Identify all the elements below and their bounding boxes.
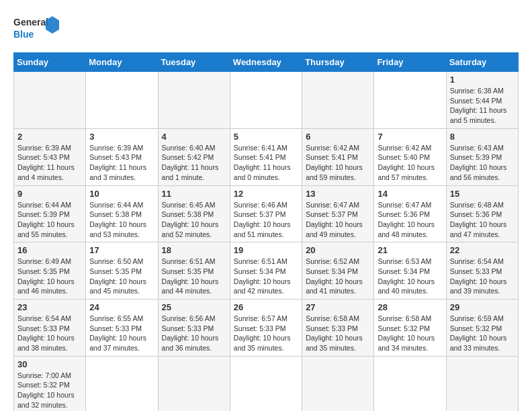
- calendar-cell: 5Sunrise: 6:41 AM Sunset: 5:41 PM Daylig…: [230, 128, 302, 185]
- day-number: 22: [450, 245, 515, 255]
- calendar-week-4: 16Sunrise: 6:49 AM Sunset: 5:35 PM Dayli…: [14, 242, 519, 300]
- day-number: 26: [234, 302, 298, 312]
- day-number: 6: [306, 132, 370, 142]
- calendar-cell: 13Sunrise: 6:47 AM Sunset: 5:37 PM Dayli…: [302, 185, 374, 242]
- calendar-cell: [158, 72, 230, 129]
- calendar-cell: 7Sunrise: 6:42 AM Sunset: 5:40 PM Daylig…: [374, 128, 446, 185]
- calendar-cell: [302, 356, 374, 411]
- day-info: Sunrise: 6:46 AM Sunset: 5:37 PM Dayligh…: [234, 200, 298, 240]
- day-info: Sunrise: 6:55 AM Sunset: 5:33 PM Dayligh…: [89, 314, 154, 353]
- calendar-week-2: 2Sunrise: 6:39 AM Sunset: 5:43 PM Daylig…: [14, 128, 519, 185]
- calendar-cell: [374, 356, 446, 411]
- calendar-cell: 1Sunrise: 6:38 AM Sunset: 5:44 PM Daylig…: [446, 72, 518, 129]
- day-info: Sunrise: 7:00 AM Sunset: 5:32 PM Dayligh…: [17, 371, 82, 410]
- day-info: Sunrise: 6:58 AM Sunset: 5:33 PM Dayligh…: [306, 314, 370, 353]
- calendar-cell: 29Sunrise: 6:59 AM Sunset: 5:32 PM Dayli…: [446, 300, 518, 357]
- header-day-thursday: Thursday: [302, 53, 374, 72]
- header-day-sunday: Sunday: [14, 53, 86, 72]
- calendar-cell: 28Sunrise: 6:58 AM Sunset: 5:32 PM Dayli…: [374, 300, 446, 357]
- day-info: Sunrise: 6:51 AM Sunset: 5:35 PM Dayligh…: [162, 257, 226, 296]
- header-day-saturday: Saturday: [446, 53, 518, 72]
- calendar-table: SundayMondayTuesdayWednesdayThursdayFrid…: [13, 52, 519, 411]
- day-number: 11: [162, 189, 226, 199]
- calendar-cell: 12Sunrise: 6:46 AM Sunset: 5:37 PM Dayli…: [230, 185, 302, 242]
- calendar-cell: [230, 356, 302, 411]
- day-info: Sunrise: 6:57 AM Sunset: 5:33 PM Dayligh…: [234, 314, 298, 353]
- day-number: 30: [17, 359, 82, 369]
- calendar-cell: [230, 72, 302, 129]
- day-number: 20: [306, 245, 370, 255]
- day-info: Sunrise: 6:43 AM Sunset: 5:39 PM Dayligh…: [450, 143, 515, 183]
- calendar-cell: 4Sunrise: 6:40 AM Sunset: 5:42 PM Daylig…: [158, 128, 230, 185]
- calendar-cell: [374, 72, 446, 129]
- day-info: Sunrise: 6:42 AM Sunset: 5:41 PM Dayligh…: [306, 143, 370, 183]
- day-info: Sunrise: 6:48 AM Sunset: 5:36 PM Dayligh…: [450, 200, 515, 240]
- calendar-cell: [446, 356, 518, 411]
- day-info: Sunrise: 6:38 AM Sunset: 5:44 PM Dayligh…: [450, 86, 515, 126]
- day-info: Sunrise: 6:42 AM Sunset: 5:40 PM Dayligh…: [378, 143, 442, 183]
- calendar-cell: 30Sunrise: 7:00 AM Sunset: 5:32 PM Dayli…: [14, 356, 86, 411]
- day-number: 16: [17, 245, 82, 255]
- day-info: Sunrise: 6:53 AM Sunset: 5:34 PM Dayligh…: [378, 257, 442, 296]
- calendar-cell: 22Sunrise: 6:54 AM Sunset: 5:33 PM Dayli…: [446, 242, 518, 300]
- calendar-cell: 26Sunrise: 6:57 AM Sunset: 5:33 PM Dayli…: [230, 300, 302, 357]
- day-number: 15: [450, 189, 515, 199]
- day-info: Sunrise: 6:39 AM Sunset: 5:43 PM Dayligh…: [17, 143, 82, 183]
- calendar-cell: 17Sunrise: 6:50 AM Sunset: 5:35 PM Dayli…: [86, 242, 158, 300]
- day-info: Sunrise: 6:56 AM Sunset: 5:33 PM Dayligh…: [162, 314, 226, 353]
- day-number: 10: [89, 189, 154, 199]
- day-number: 13: [306, 189, 370, 199]
- calendar-cell: 6Sunrise: 6:42 AM Sunset: 5:41 PM Daylig…: [302, 128, 374, 185]
- day-info: Sunrise: 6:44 AM Sunset: 5:38 PM Dayligh…: [89, 200, 154, 240]
- calendar-week-6: 30Sunrise: 7:00 AM Sunset: 5:32 PM Dayli…: [14, 356, 519, 411]
- day-info: Sunrise: 6:52 AM Sunset: 5:34 PM Dayligh…: [306, 257, 370, 296]
- calendar-week-1: 1Sunrise: 6:38 AM Sunset: 5:44 PM Daylig…: [14, 72, 519, 129]
- calendar-cell: [302, 72, 374, 129]
- calendar-cell: 16Sunrise: 6:49 AM Sunset: 5:35 PM Dayli…: [14, 242, 86, 300]
- day-number: 7: [378, 132, 442, 142]
- day-number: 18: [162, 245, 226, 255]
- day-number: 23: [17, 302, 82, 312]
- logo-svg: General Blue: [13, 13, 60, 42]
- calendar-cell: [86, 356, 158, 411]
- svg-text:Blue: Blue: [13, 29, 34, 40]
- calendar-cell: 2Sunrise: 6:39 AM Sunset: 5:43 PM Daylig…: [14, 128, 86, 185]
- header-day-monday: Monday: [86, 53, 158, 72]
- calendar-cell: 3Sunrise: 6:39 AM Sunset: 5:43 PM Daylig…: [86, 128, 158, 185]
- day-info: Sunrise: 6:51 AM Sunset: 5:34 PM Dayligh…: [234, 257, 298, 296]
- day-info: Sunrise: 6:58 AM Sunset: 5:32 PM Dayligh…: [378, 314, 442, 353]
- day-info: Sunrise: 6:39 AM Sunset: 5:43 PM Dayligh…: [89, 143, 154, 183]
- header-day-tuesday: Tuesday: [158, 53, 230, 72]
- day-number: 24: [89, 302, 154, 312]
- svg-text:General: General: [13, 17, 48, 28]
- day-number: 28: [378, 302, 442, 312]
- day-number: 8: [450, 132, 515, 142]
- calendar-cell: 24Sunrise: 6:55 AM Sunset: 5:33 PM Dayli…: [86, 300, 158, 357]
- day-info: Sunrise: 6:54 AM Sunset: 5:33 PM Dayligh…: [17, 314, 82, 353]
- calendar-cell: 21Sunrise: 6:53 AM Sunset: 5:34 PM Dayli…: [374, 242, 446, 300]
- page-header: General Blue: [13, 13, 519, 42]
- day-number: 27: [306, 302, 370, 312]
- header-row: SundayMondayTuesdayWednesdayThursdayFrid…: [14, 53, 519, 72]
- day-number: 5: [234, 132, 298, 142]
- calendar-week-5: 23Sunrise: 6:54 AM Sunset: 5:33 PM Dayli…: [14, 300, 519, 357]
- day-number: 9: [17, 189, 82, 199]
- calendar-cell: 8Sunrise: 6:43 AM Sunset: 5:39 PM Daylig…: [446, 128, 518, 185]
- day-number: 2: [17, 132, 82, 142]
- calendar-cell: 18Sunrise: 6:51 AM Sunset: 5:35 PM Dayli…: [158, 242, 230, 300]
- day-info: Sunrise: 6:59 AM Sunset: 5:32 PM Dayligh…: [450, 314, 515, 353]
- day-info: Sunrise: 6:47 AM Sunset: 5:36 PM Dayligh…: [378, 200, 442, 240]
- day-number: 29: [450, 302, 515, 312]
- header-day-wednesday: Wednesday: [230, 53, 302, 72]
- calendar-cell: 23Sunrise: 6:54 AM Sunset: 5:33 PM Dayli…: [14, 300, 86, 357]
- calendar-cell: 25Sunrise: 6:56 AM Sunset: 5:33 PM Dayli…: [158, 300, 230, 357]
- day-number: 12: [234, 189, 298, 199]
- header-day-friday: Friday: [374, 53, 446, 72]
- day-info: Sunrise: 6:50 AM Sunset: 5:35 PM Dayligh…: [89, 257, 154, 296]
- calendar-week-3: 9Sunrise: 6:44 AM Sunset: 5:39 PM Daylig…: [14, 185, 519, 242]
- calendar-cell: 20Sunrise: 6:52 AM Sunset: 5:34 PM Dayli…: [302, 242, 374, 300]
- day-number: 1: [450, 75, 515, 85]
- day-number: 3: [89, 132, 154, 142]
- day-info: Sunrise: 6:49 AM Sunset: 5:35 PM Dayligh…: [17, 257, 82, 296]
- logo: General Blue: [13, 13, 60, 42]
